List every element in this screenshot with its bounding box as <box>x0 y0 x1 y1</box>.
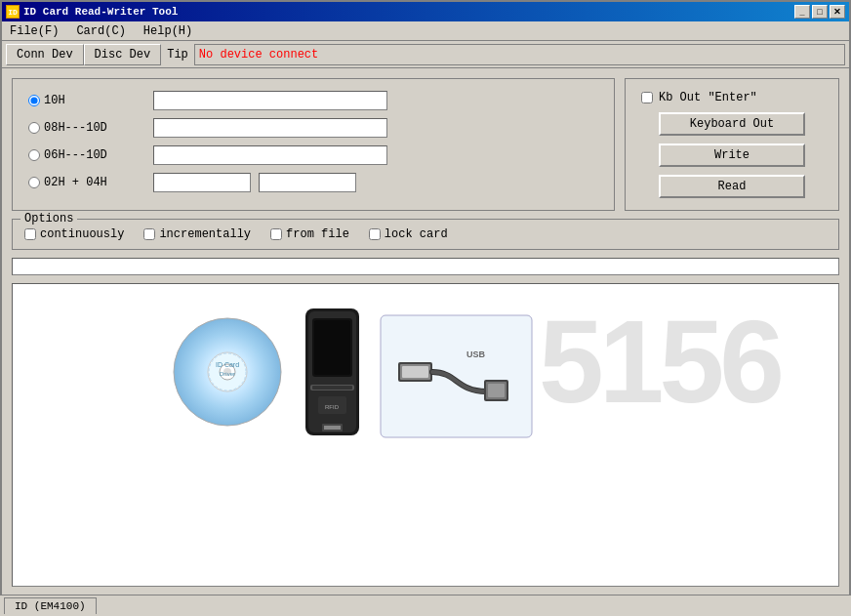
title-bar-left: ID ID Card Read-Writer Tool <box>6 5 178 19</box>
input-06h[interactable] <box>153 145 387 165</box>
main-content: 10H 08H---10D 06H---10D <box>2 68 849 596</box>
menu-bar: File(F) Card(C) Help(H) <box>2 21 849 41</box>
toolbar: Conn Dev Disc Dev Tip No device connect <box>2 41 849 68</box>
label-08h: 08H---10D <box>44 121 107 135</box>
keyboard-out-button[interactable]: Keyboard Out <box>659 112 805 136</box>
options-group: Options continuously incrementally from … <box>12 219 839 250</box>
kb-out-checkbox[interactable] <box>641 92 653 103</box>
option-from-file[interactable]: from file <box>270 227 349 241</box>
title-bar: ID ID Card Read-Writer Tool _ □ ✕ <box>2 2 849 21</box>
status-bar: ID (EM4100) <box>0 595 851 616</box>
radio-label-10h[interactable]: 10H <box>28 94 145 107</box>
menu-file[interactable]: File(F) <box>6 24 62 38</box>
options-legend: Options <box>20 212 77 226</box>
svg-text:Driver: Driver <box>220 371 235 377</box>
kb-out-row: Kb Out "Enter" <box>641 91 823 104</box>
kb-out-label: Kb Out "Enter" <box>659 91 757 104</box>
label-incrementally: incrementally <box>159 227 251 241</box>
format-panel: 10H 08H---10D 06H---10D <box>12 78 615 211</box>
input-02h[interactable] <box>153 173 251 192</box>
svg-text:RFID: RFID <box>325 404 340 410</box>
close-button[interactable]: ✕ <box>830 5 845 19</box>
progress-bar <box>12 258 839 275</box>
device-status: No device connect <box>194 44 845 65</box>
format-row-10h: 10H <box>28 91 598 110</box>
format-row-02h: 02H + 04H <box>28 173 598 192</box>
write-button[interactable]: Write <box>659 144 805 167</box>
options-row: continuously incrementally from file loc… <box>24 227 827 241</box>
minimize-button[interactable]: _ <box>794 5 810 19</box>
svg-rect-23 <box>488 384 505 397</box>
radio-label-02h[interactable]: 02H + 04H <box>28 176 145 189</box>
option-incrementally[interactable]: incrementally <box>143 227 251 241</box>
label-continuously: continuously <box>40 227 124 241</box>
top-section: 10H 08H---10D 06H---10D <box>12 78 839 211</box>
option-lock-card[interactable]: lock card <box>369 227 448 241</box>
maximize-button[interactable]: □ <box>812 5 828 19</box>
tip-label: Tip <box>161 48 194 62</box>
radio-10h[interactable] <box>28 95 40 106</box>
app-icon: ID <box>6 5 20 19</box>
watermark-text: 5156 <box>539 294 780 429</box>
svg-rect-12 <box>312 386 352 390</box>
label-06h: 06H---10D <box>44 148 107 162</box>
checkbox-lock-card[interactable] <box>369 228 381 240</box>
checkbox-continuously[interactable] <box>24 228 36 240</box>
format-row-06h: 06H---10D <box>28 145 598 165</box>
input-08h[interactable] <box>153 118 387 138</box>
radio-02h[interactable] <box>28 177 40 188</box>
svg-rect-10 <box>314 320 350 375</box>
image-area: 5156 ID Card Driver <box>12 283 839 587</box>
input-10h[interactable] <box>153 91 387 110</box>
checkbox-from-file[interactable] <box>270 228 282 240</box>
status-message: No device connect <box>199 48 318 62</box>
checkbox-incrementally[interactable] <box>143 228 155 240</box>
usb-cable-icon: USB <box>379 313 535 440</box>
svg-rect-16 <box>324 426 341 430</box>
title-bar-controls: _ □ ✕ <box>794 5 845 19</box>
label-from-file: from file <box>286 227 349 241</box>
radio-label-06h[interactable]: 06H---10D <box>28 148 145 162</box>
menu-help[interactable]: Help(H) <box>140 24 196 38</box>
cd-disc-icon: ID Card Driver <box>169 313 286 431</box>
radio-08h[interactable] <box>28 122 40 134</box>
window-title: ID Card Read-Writer Tool <box>23 6 178 18</box>
option-continuously[interactable]: continuously <box>24 227 124 241</box>
app-icon-text: ID <box>8 8 18 17</box>
label-02h: 02H + 04H <box>44 176 107 189</box>
button-panel: Kb Out "Enter" Keyboard Out Write Read <box>625 78 839 211</box>
product-image: 5156 ID Card Driver <box>13 284 838 586</box>
label-lock-card: lock card <box>385 227 448 241</box>
read-button[interactable]: Read <box>659 175 805 198</box>
svg-text:USB: USB <box>466 349 486 359</box>
menu-card[interactable]: Card(C) <box>72 24 129 38</box>
conn-dev-button[interactable]: Conn Dev <box>6 44 84 65</box>
status-tab[interactable]: ID (EM4100) <box>4 597 97 614</box>
radio-06h[interactable] <box>28 149 40 161</box>
input-04h[interactable] <box>259 173 356 192</box>
format-row-08h: 08H---10D <box>28 118 598 138</box>
label-10h: 10H <box>44 94 65 107</box>
disc-dev-button[interactable]: Disc Dev <box>84 44 162 65</box>
radio-label-08h[interactable]: 08H---10D <box>28 121 145 135</box>
svg-rect-20 <box>402 366 428 378</box>
svg-text:ID Card: ID Card <box>216 361 239 368</box>
card-reader-icon: RFID <box>301 308 364 445</box>
